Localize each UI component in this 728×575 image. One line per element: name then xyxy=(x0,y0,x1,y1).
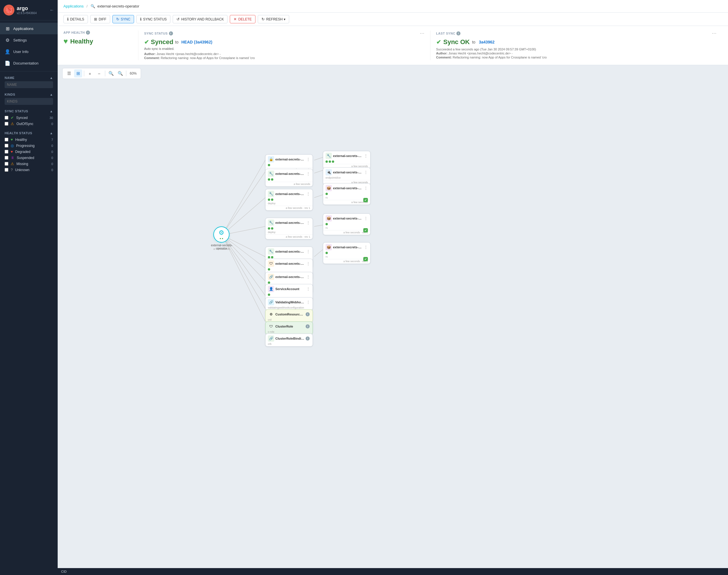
node-rolebinding-menu[interactable]: ⋮ xyxy=(306,274,310,279)
node-serviceaccount-header: 👤 ServiceAccount ⋮ xyxy=(265,284,313,293)
node-validating-webhook-menu[interactable]: ⋮ xyxy=(306,300,310,304)
sidebar-logo: 🐙 argo v2.9.5+f943664 xyxy=(3,5,37,15)
node-serviceaccount-menu[interactable]: ⋮ xyxy=(306,286,310,291)
sync-button[interactable]: ↻ SYNC xyxy=(113,15,134,23)
zoom-in-button[interactable]: 🔍 xyxy=(107,69,115,77)
list-view-button[interactable]: ☰ xyxy=(65,69,73,77)
health-filter-degraded-checkbox[interactable] xyxy=(5,150,8,154)
deploy-icon-1: 🔧 xyxy=(268,171,274,177)
node-rs-cert[interactable]: 📦 external-secrets-operator-cert... ⋮ rs… xyxy=(323,213,371,235)
node-rs-cert-health-dot xyxy=(325,223,328,225)
last-sync-info-icon[interactable]: i xyxy=(456,31,461,35)
sync-filter-outofsync[interactable]: ⚠ OutOfSync 0 xyxy=(5,121,53,127)
sidebar-item-userinfo[interactable]: 👤 User Info xyxy=(0,46,58,57)
last-sync-commit[interactable]: 3a43962 xyxy=(479,40,495,44)
node-deploy-web[interactable]: 🔧 external-secrets-operator-web... ⋮ a f… xyxy=(265,169,313,187)
health-filter-unknown[interactable]: ? Unknown 0 xyxy=(5,167,53,173)
node-rs-cert-menu[interactable]: ⋮ xyxy=(364,216,368,221)
breadcrumb-app-name: external-secrets-operator xyxy=(97,4,139,8)
node-clusterrolebinding[interactable]: 🔗 ClusterRoleBinding i crb xyxy=(265,334,313,346)
node-rs-main-title: external-secrets-operator-669... xyxy=(333,187,363,190)
sync-filter-outofsync-checkbox[interactable] xyxy=(5,122,8,126)
health-filter-degraded[interactable]: ♥ Degraded 0 xyxy=(5,149,53,155)
rs-cert-icon: 📦 xyxy=(325,215,332,222)
node-crd[interactable]: ⚙ CustomResourceDefinition i crd xyxy=(265,309,313,323)
node-clusterrolebinding-header: 🔗 ClusterRoleBinding i xyxy=(265,334,313,342)
health-filter-progressing[interactable]: ◎ Progressing 0 xyxy=(5,143,53,149)
node-rs-web3-menu[interactable]: ⋮ xyxy=(364,245,368,249)
sync-status-more-button[interactable]: ⋯ xyxy=(420,31,424,36)
sidebar-item-applications[interactable]: ⊞ Applications xyxy=(0,23,58,34)
health-filter-healthy-checkbox[interactable] xyxy=(5,138,8,141)
node-endpointslice-menu[interactable]: ⋮ xyxy=(364,170,368,175)
node-validating-webhook[interactable]: 🔗 ValidatingWebhookConfiguration ⋮ valid… xyxy=(265,297,313,310)
health-filter-missing-count: 0 xyxy=(51,162,53,166)
health-filter-missing-checkbox[interactable] xyxy=(5,162,8,166)
root-app-node[interactable]: ⚙ ● ● xyxy=(213,227,229,243)
health-filter-unknown-checkbox[interactable] xyxy=(5,168,8,172)
sidebar-back-button[interactable]: ← xyxy=(50,7,54,13)
tree-view-button[interactable]: ⊞ xyxy=(74,69,82,77)
sync-filter-synced-checkbox[interactable] xyxy=(5,116,8,120)
clusterrole-info-icon[interactable]: i xyxy=(306,325,310,329)
add-node-button[interactable]: + xyxy=(86,69,94,77)
sync-filter-synced[interactable]: ✔ Synced 30 xyxy=(5,115,53,121)
sync-status-header: SYNC STATUS i ⋯ xyxy=(144,31,424,36)
breadcrumb-applications-link[interactable]: Applications xyxy=(63,4,84,8)
health-filter-healthy[interactable]: ♥ Healthy 7 xyxy=(5,137,53,143)
details-label: DETAILS xyxy=(70,17,84,21)
node-clusterrolebinding-title: ClusterRoleBinding xyxy=(275,337,305,340)
diff-button[interactable]: ⊞ DIFF xyxy=(90,15,110,23)
sync-author: Jonas Hecht <jonas.hecht@codecentric.de>… xyxy=(157,52,221,56)
node-right-1-extra-dot xyxy=(332,161,334,163)
node-rs-web3[interactable]: 📦 external-secrets-operator-web... ⋮ rs … xyxy=(323,242,371,264)
health-filter-progressing-checkbox[interactable] xyxy=(5,144,8,147)
node-endpointslice[interactable]: 🔌 external-secrets-operator-web... ⋮ end… xyxy=(323,167,371,185)
last-sync-check-icon: ✔ xyxy=(436,39,441,45)
node-deploy-main-menu[interactable]: ⋮ xyxy=(306,192,310,196)
node-rs-main[interactable]: 📦 external-secrets-operator-669... ⋮ rs … xyxy=(323,183,371,205)
node-deploy-cert-menu[interactable]: ⋮ xyxy=(306,221,310,225)
node-deploy-web-status xyxy=(265,178,313,182)
refresh-button[interactable]: ↻ REFRESH ▾ xyxy=(258,15,289,23)
health-filter-suspended[interactable]: ⏸ Suspended 0 xyxy=(5,155,53,161)
kinds-filter-header[interactable]: KINDS ▲ xyxy=(5,93,53,96)
sync-status-button[interactable]: ℹ SYNC STATUS xyxy=(136,15,170,23)
health-status-filter-header[interactable]: HEALTH STATUS ▲ xyxy=(5,131,53,135)
sync-head-link[interactable]: HEAD (3a43962) xyxy=(181,40,212,44)
node-rs-main-menu[interactable]: ⋮ xyxy=(364,186,368,191)
node-right-1[interactable]: 🔧 external-secrets-operator-web... ⋮ a f… xyxy=(323,151,371,169)
kinds-filter-section: KINDS ▲ xyxy=(0,91,58,107)
sidebar-item-documentation[interactable]: 📄 Documentation xyxy=(0,57,58,69)
node-right-1-menu[interactable]: ⋮ xyxy=(364,154,368,158)
node-deploy-main[interactable]: 🔧 external-secrets-operator ⋮ deploy a f… xyxy=(265,189,313,211)
remove-node-button[interactable]: − xyxy=(95,69,103,77)
node-deploy-cert[interactable]: 🔧 external-secrets-operator-cert... ⋮ de… xyxy=(265,218,313,239)
zoom-out-button[interactable]: 🔍 xyxy=(116,69,124,77)
last-sync-comment-row: Comment: Refactoring naming: now App of … xyxy=(436,56,717,59)
history-rollback-button[interactable]: ↺ HISTORY AND ROLLBACK xyxy=(173,15,227,23)
last-sync-more-button[interactable]: ⋯ xyxy=(712,31,717,36)
health-filter-suspended-checkbox[interactable] xyxy=(5,156,8,160)
history-icon: ↺ xyxy=(177,17,180,21)
node-role-menu[interactable]: ⋮ xyxy=(306,261,310,266)
sync-status-meta: Author: Jonas Hecht <jonas.hecht@codecen… xyxy=(144,52,424,60)
health-filter-missing[interactable]: ⚠ Missing 0 xyxy=(5,161,53,167)
node-validating-webhook-header: 🔗 ValidatingWebhookConfiguration ⋮ xyxy=(265,298,313,306)
name-filter-input[interactable] xyxy=(5,81,53,88)
node-deploy-web3-menu[interactable]: ⋮ xyxy=(306,249,310,254)
kinds-filter-input[interactable] xyxy=(5,98,53,105)
app-health-info-icon[interactable]: i xyxy=(86,31,90,35)
node-deploy-web-menu[interactable]: ⋮ xyxy=(306,171,310,176)
delete-button[interactable]: ✕ DELETE xyxy=(230,15,255,23)
name-filter-header[interactable]: NAME ▲ xyxy=(5,76,53,79)
clusterrolebinding-info-icon[interactable]: i xyxy=(306,336,310,340)
node-clusterrole[interactable]: 🛡 ClusterRole i c-role xyxy=(265,322,313,334)
crd-info-icon[interactable]: i xyxy=(306,312,310,316)
node-secret-web-menu[interactable]: ⋮ xyxy=(306,157,310,162)
sync-status-info-icon[interactable]: i xyxy=(169,31,173,35)
sidebar-item-settings[interactable]: ⚙ Settings xyxy=(0,34,58,46)
details-button[interactable]: ℹ DETAILS xyxy=(63,15,88,23)
sync-status-filter-header[interactable]: SYNC STATUS ▲ xyxy=(5,109,53,113)
health-filter-degraded-label: Degraded xyxy=(15,150,31,154)
